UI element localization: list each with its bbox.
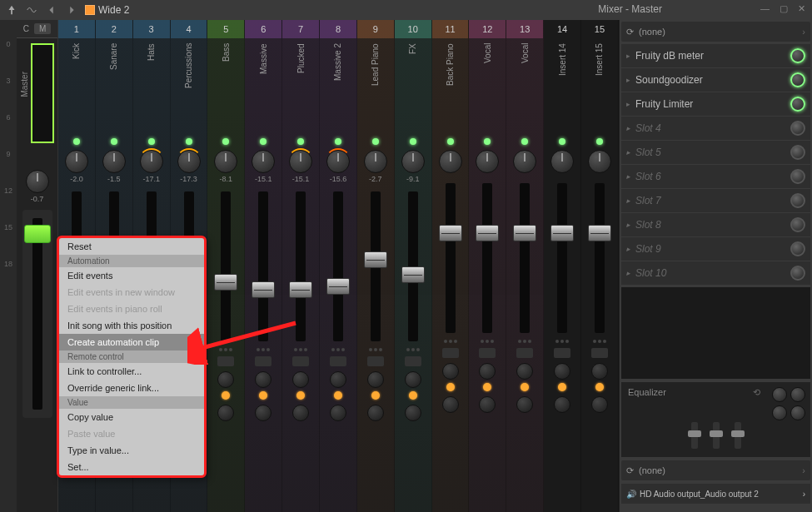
- send-enable-icon[interactable]: [296, 391, 305, 400]
- fx-enable-led[interactable]: [790, 169, 805, 184]
- pan-knob[interactable]: [513, 150, 536, 173]
- fader-cap[interactable]: [326, 278, 350, 295]
- track-number[interactable]: 4: [171, 20, 207, 38]
- fx-expand-icon[interactable]: ▸: [626, 196, 630, 205]
- track-number[interactable]: 1: [58, 20, 95, 38]
- ctx-set[interactable]: Set...: [59, 459, 204, 475]
- pan-knob[interactable]: [476, 150, 499, 173]
- fader-cap[interactable]: [214, 274, 237, 291]
- mixer-track[interactable]: 12 Vocal: [469, 20, 506, 512]
- fx-slot[interactable]: ▸Slot 10: [621, 261, 810, 285]
- mute-button[interactable]: [591, 348, 608, 358]
- fx-expand-icon[interactable]: ▸: [626, 76, 630, 84]
- track-enable-led[interactable]: [596, 138, 603, 145]
- track-enable-led[interactable]: [410, 138, 416, 145]
- routing-indicator[interactable]: [406, 348, 420, 351]
- mixer-track[interactable]: 15 Insert 15: [581, 20, 619, 512]
- track-enable-led[interactable]: [222, 138, 229, 145]
- post-knob[interactable]: [367, 405, 384, 421]
- mute-button[interactable]: [217, 356, 234, 366]
- fx-enable-led[interactable]: [790, 48, 805, 63]
- preset-selector[interactable]: Wide 2: [85, 4, 129, 16]
- mute-button[interactable]: [405, 356, 421, 366]
- mute-button[interactable]: [442, 348, 459, 358]
- track-number[interactable]: 12: [469, 20, 506, 38]
- track-number[interactable]: 9: [357, 20, 394, 38]
- routing-indicator[interactable]: [481, 340, 494, 343]
- ctx-override-link[interactable]: Override generic link...: [59, 380, 204, 396]
- track-number[interactable]: 3: [133, 20, 170, 38]
- fx-enable-led[interactable]: [790, 217, 805, 232]
- master-fader-cap[interactable]: [24, 225, 51, 243]
- routing-indicator[interactable]: [518, 340, 531, 343]
- input-slot[interactable]: ⟳ (none) ›: [621, 22, 810, 42]
- fader-slot[interactable]: [520, 183, 530, 333]
- track-number[interactable]: 14: [544, 20, 580, 38]
- post-knob[interactable]: [330, 405, 346, 421]
- fx-enable-led[interactable]: [790, 121, 805, 136]
- pan-knob[interactable]: [102, 150, 126, 173]
- post-knob[interactable]: [516, 396, 533, 413]
- send-knob[interactable]: [516, 363, 533, 380]
- send-knob[interactable]: [217, 371, 234, 388]
- send-knob[interactable]: [442, 363, 459, 380]
- post-knob[interactable]: [479, 396, 496, 413]
- eq-band-handle[interactable]: [735, 422, 741, 449]
- mixer-track[interactable]: 5 Bass -8.1: [207, 20, 245, 512]
- send-knob[interactable]: [479, 363, 496, 380]
- pan-knob[interactable]: [588, 150, 611, 173]
- mixer-track[interactable]: 9 Lead Piano -2.7: [357, 20, 395, 512]
- post-knob[interactable]: [255, 405, 271, 421]
- ctx-copy-value[interactable]: Copy value: [59, 409, 204, 425]
- fx-expand-icon[interactable]: ▸: [626, 124, 630, 132]
- send-knob[interactable]: [405, 371, 421, 388]
- pan-knob[interactable]: [439, 150, 462, 173]
- fader-slot[interactable]: [408, 191, 418, 341]
- ctx-type-value[interactable]: Type in value...: [59, 442, 204, 459]
- mixer-track[interactable]: 11 Back Piano: [432, 20, 470, 512]
- post-knob[interactable]: [217, 405, 234, 421]
- routing-indicator[interactable]: [593, 340, 606, 343]
- fader-cap[interactable]: [252, 281, 275, 298]
- next-preset-icon[interactable]: [65, 3, 78, 17]
- track-number[interactable]: 2: [96, 20, 132, 38]
- fader-slot[interactable]: [371, 191, 381, 341]
- mute-button[interactable]: [516, 348, 533, 358]
- fader-cap[interactable]: [513, 225, 536, 241]
- ctx-init-song[interactable]: Init song with this position: [59, 317, 204, 334]
- track-number[interactable]: 8: [320, 20, 356, 38]
- fx-slot[interactable]: ▸Fruity Limiter: [621, 92, 810, 116]
- fx-slot[interactable]: ▸Slot 8: [621, 213, 810, 236]
- send-knob[interactable]: [255, 371, 271, 388]
- mixer-track[interactable]: 6 Massive -15.1: [245, 20, 282, 512]
- fx-slot[interactable]: ▸Fruity dB meter: [621, 44, 810, 67]
- track-enable-led[interactable]: [484, 138, 491, 145]
- fx-slot[interactable]: ▸Slot 6: [621, 165, 810, 188]
- send-enable-icon[interactable]: [446, 383, 455, 391]
- fader-slot[interactable]: [595, 183, 605, 333]
- fader-slot[interactable]: [258, 191, 268, 341]
- track-enable-led[interactable]: [260, 138, 267, 145]
- track-number[interactable]: 11: [432, 20, 469, 38]
- fader-slot[interactable]: [221, 191, 231, 341]
- track-number[interactable]: 13: [506, 20, 543, 38]
- eq-knob[interactable]: [772, 405, 787, 420]
- track-enable-led[interactable]: [297, 138, 304, 145]
- pan-knob[interactable]: [252, 150, 275, 173]
- send-knob[interactable]: [367, 371, 384, 388]
- ctx-create-automation-clip[interactable]: Create automation clip: [59, 334, 204, 350]
- send-enable-icon[interactable]: [595, 383, 604, 391]
- mixer-track[interactable]: 13 Vocal: [506, 20, 544, 512]
- mute-button[interactable]: [292, 356, 309, 366]
- fader-cap[interactable]: [588, 225, 611, 241]
- prev-preset-icon[interactable]: [45, 3, 58, 17]
- track-number[interactable]: 7: [282, 20, 319, 38]
- mute-button[interactable]: [255, 356, 271, 366]
- send-enable-icon[interactable]: [521, 383, 529, 391]
- mute-button[interactable]: [330, 356, 346, 366]
- output-slot-none[interactable]: ⟳ (none) ›: [621, 460, 810, 480]
- pan-knob[interactable]: [65, 150, 88, 173]
- fx-slot[interactable]: ▸Slot 4: [621, 117, 810, 140]
- track-enable-led[interactable]: [73, 138, 80, 145]
- routing-indicator[interactable]: [257, 348, 270, 351]
